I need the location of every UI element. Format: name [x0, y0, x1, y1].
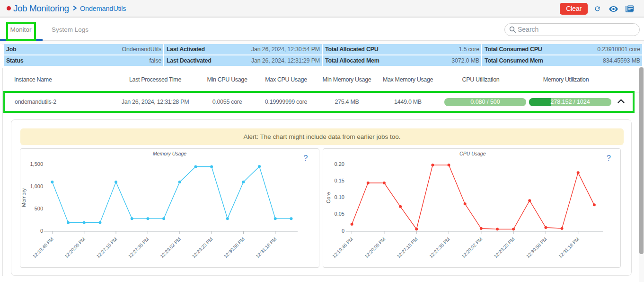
svg-text:?: ? [304, 154, 308, 162]
svg-text:12:19:46 PM: 12:19:46 PM [331, 237, 354, 259]
svg-text:12:20:06 PM: 12:20:06 PM [363, 237, 386, 259]
svg-text:12:31:18 PM: 12:31:18 PM [255, 237, 277, 259]
svg-text:CPU Usage: CPU Usage [459, 151, 486, 156]
svg-text:12:27:15 PM: 12:27:15 PM [396, 237, 419, 259]
svg-text:12:27:35 PM: 12:27:35 PM [428, 237, 451, 259]
svg-text:?: ? [607, 154, 611, 162]
svg-text:12:31:18 PM: 12:31:18 PM [557, 237, 580, 259]
svg-text:12:29:23 PM: 12:29:23 PM [493, 237, 516, 259]
svg-text:12:29:23 PM: 12:29:23 PM [191, 237, 214, 259]
svg-text:0.10: 0.10 [335, 194, 344, 200]
svg-text:0.20: 0.20 [335, 161, 344, 167]
svg-text:0.15: 0.15 [335, 178, 344, 183]
svg-text:12:20:06 PM: 12:20:06 PM [63, 237, 86, 259]
svg-text:1,000: 1,000 [30, 183, 43, 189]
svg-text:12:30:58 PM: 12:30:58 PM [525, 237, 548, 259]
svg-text:0: 0 [40, 228, 43, 234]
svg-text:Core: Core [326, 192, 331, 203]
svg-text:12:19:46 PM: 12:19:46 PM [32, 237, 54, 259]
svg-text:0: 0 [342, 228, 344, 234]
svg-text:Memory: Memory [21, 188, 26, 207]
svg-text:12:29:02 PM: 12:29:02 PM [460, 237, 483, 259]
svg-text:12:29:02 PM: 12:29:02 PM [159, 237, 182, 259]
svg-text:12:27:15 PM: 12:27:15 PM [96, 237, 118, 259]
svg-text:Memory Usage: Memory Usage [153, 151, 186, 156]
svg-text:1,500: 1,500 [30, 161, 43, 167]
svg-text:12:27:35 PM: 12:27:35 PM [127, 237, 150, 259]
svg-text:500: 500 [35, 206, 43, 211]
svg-text:0.05: 0.05 [335, 211, 344, 217]
svg-text:12:30:58 PM: 12:30:58 PM [223, 237, 246, 259]
